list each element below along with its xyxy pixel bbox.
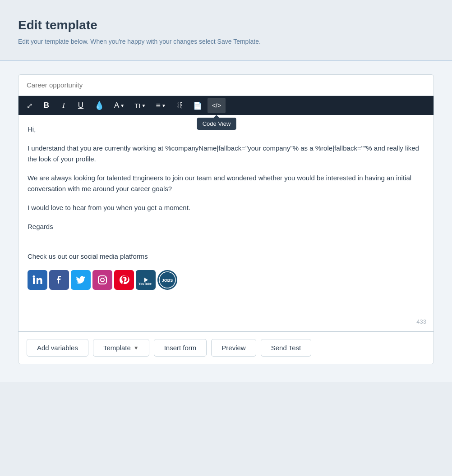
bold-icon: B	[44, 101, 49, 110]
font-dropdown-arrow: ▼	[120, 103, 125, 108]
page-subtitle: Edit your template below. When you're ha…	[18, 37, 434, 46]
insert-form-button[interactable]: Insert form	[154, 339, 207, 357]
send-test-button[interactable]: Send Test	[261, 339, 311, 357]
underline-button[interactable]: U	[73, 98, 89, 113]
file-icon: 📄	[193, 101, 202, 110]
linkedin-icon	[28, 270, 47, 290]
template-label: Template	[103, 344, 131, 352]
preview-button[interactable]: Preview	[211, 339, 256, 357]
subject-input[interactable]	[27, 81, 425, 89]
expand-button[interactable]: ⤢	[21, 98, 37, 113]
template-chevron-icon: ▼	[134, 345, 139, 351]
fontsize-dropdown-arrow: ▼	[142, 103, 146, 108]
fontsize-icon: TI	[134, 102, 140, 110]
social-icons: YouTube JOBS	[28, 270, 424, 290]
email-line-5: Regards	[28, 221, 424, 232]
email-line-3: We are always looking for talented Engin…	[28, 173, 424, 194]
underline-icon: U	[78, 101, 83, 110]
editor-body[interactable]: Hi, I understand that you are currently …	[18, 115, 434, 331]
preview-label: Preview	[221, 344, 245, 352]
svg-point-4	[105, 277, 106, 278]
bold-button[interactable]: B	[38, 98, 55, 113]
file-button[interactable]: 📄	[189, 98, 207, 113]
editor-toolbar: ⤢ B I U 💧 A ▼ TI ▼ ≡	[18, 96, 434, 115]
svg-rect-0	[33, 278, 35, 284]
main-content: ⤢ B I U 💧 A ▼ TI ▼ ≡	[0, 61, 452, 382]
char-count: 433	[416, 317, 426, 327]
color-button[interactable]: 💧	[90, 98, 109, 113]
italic-icon: I	[62, 101, 65, 110]
code-view-button[interactable]: </> Code View	[208, 98, 226, 113]
youtube-icon: YouTube	[136, 270, 156, 290]
email-line-2: I understand that you are currently work…	[28, 143, 424, 165]
template-button[interactable]: Template ▼	[93, 339, 149, 357]
editor-container: ⤢ B I U 💧 A ▼ TI ▼ ≡	[18, 74, 434, 364]
font-button[interactable]: A ▼	[110, 98, 129, 113]
email-line-1: Hi,	[28, 124, 424, 135]
svg-point-1	[33, 275, 35, 278]
link-icon: ⛓	[176, 101, 183, 110]
pinterest-icon	[114, 270, 134, 290]
svg-text:JOBS: JOBS	[162, 278, 173, 283]
add-variables-label: Add variables	[37, 344, 78, 352]
page-header: Edit template Edit your template below. …	[0, 0, 452, 60]
jobs-icon: JOBS	[157, 270, 177, 290]
align-dropdown-arrow: ▼	[161, 103, 166, 108]
svg-text:YouTube: YouTube	[138, 282, 152, 285]
expand-icon: ⤢	[27, 101, 32, 110]
font-icon: A	[114, 101, 119, 110]
email-line-4: I would love to hear from you when you g…	[28, 202, 424, 213]
toolbar-bottom: Add variables Template ▼ Insert form Pre…	[18, 331, 434, 364]
align-button[interactable]: ≡ ▼	[152, 98, 171, 113]
link-button[interactable]: ⛓	[171, 98, 188, 113]
instagram-icon	[92, 270, 112, 290]
insert-form-label: Insert form	[164, 344, 197, 352]
facebook-icon	[49, 270, 69, 290]
subject-field	[18, 75, 434, 96]
add-variables-button[interactable]: Add variables	[27, 339, 88, 357]
social-text: Check us out our social media platforms	[28, 251, 424, 262]
page-title: Edit template	[18, 18, 434, 32]
twitter-icon	[71, 270, 91, 290]
fontsize-button[interactable]: TI ▼	[130, 98, 150, 113]
send-test-label: Send Test	[271, 344, 301, 352]
code-icon: </>	[212, 102, 221, 109]
color-icon: 💧	[94, 101, 104, 110]
italic-button[interactable]: I	[55, 98, 72, 113]
align-icon: ≡	[156, 101, 161, 110]
svg-point-3	[101, 278, 104, 282]
